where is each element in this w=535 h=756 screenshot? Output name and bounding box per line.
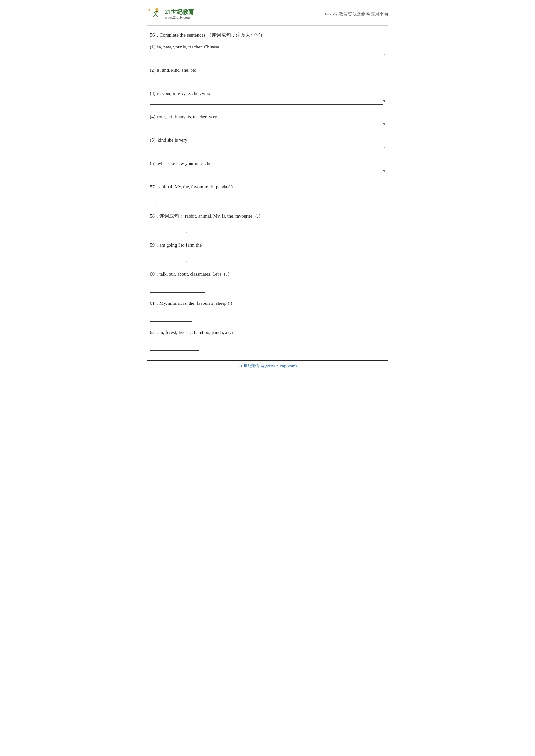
q59-title: 59．am going I to farm the	[150, 241, 385, 249]
q60-line	[150, 287, 205, 292]
q56-sub6: (6). what like new your is teacher ?	[150, 159, 385, 175]
logo-area: 21世纪教育 www.21cnjy.com	[147, 7, 194, 22]
q59-suffix: .	[186, 258, 187, 263]
q56-sub3-answer: ?	[150, 99, 385, 105]
q58-line	[150, 229, 186, 234]
q56-sub1-line	[150, 53, 383, 58]
q56-sub3-suffix: ?	[383, 99, 385, 105]
q58-answer-row: .	[150, 229, 385, 234]
question-59: 59．am going I to farm the .	[150, 241, 385, 263]
q56-sub2: (2).is, and, kind, she, old .	[150, 66, 385, 81]
question-57: 57．animal, My, the, favourite, is, panda…	[150, 183, 385, 205]
q58-suffix: .	[186, 229, 187, 234]
q56-sub1: (1).he, new, your,is, teacher, Chinese ?	[150, 43, 385, 58]
q62-title: 62．in, forest, lives, a, bamboo, panda, …	[150, 328, 385, 337]
footer-label: 21 世纪教育网(www.21cnjy.com)	[239, 363, 297, 368]
q56-sub5-line	[150, 146, 383, 151]
q56-sub6-answer: ?	[150, 170, 385, 175]
question-62: 62．in, forest, lives, a, bamboo, panda, …	[150, 328, 385, 351]
q61-line	[150, 316, 192, 322]
q59-answer-row: .	[150, 258, 385, 263]
q56-sub6-suffix: ?	[383, 170, 385, 175]
q56-sub1-answer: ?	[150, 53, 385, 58]
q56-sub4: (4).your, art, funny, is, teacher, very …	[150, 113, 385, 128]
platform-label: 中小学教育资源及组卷应用平台	[325, 11, 388, 17]
q56-sub1-suffix: ?	[383, 53, 385, 58]
q60-title: 60．talk, our, about, classmates, Let's（.…	[150, 270, 385, 278]
q57-answer-row: —:	[150, 200, 385, 205]
question-56: 56．Complete the sentences.（连词成句，注意大小写） (…	[150, 32, 385, 175]
page-header: 21世纪教育 www.21cnjy.com 中小学教育资源及组卷应用平台	[147, 7, 388, 26]
logo-icon	[147, 7, 162, 22]
q56-sub5-answer: ?	[150, 146, 385, 151]
q56-sub4-line	[150, 123, 383, 128]
question-60: 60．talk, our, about, classmates, Let's（.…	[150, 270, 385, 292]
page-footer: 21 世纪教育网(www.21cnjy.com)	[147, 361, 388, 369]
q57-prefix: —:	[150, 200, 156, 205]
logo-text: 21世纪教育 www.21cnjy.com	[165, 9, 194, 20]
q56-sub5: (5). kind she is very ?	[150, 136, 385, 151]
logo-brand: 21世纪教育	[165, 9, 194, 16]
q56-sub5-suffix: ?	[383, 146, 385, 151]
q62-line	[150, 345, 199, 351]
question-58: 58．连词成句： rabbit, animal, My, is, the, fa…	[150, 212, 385, 234]
svg-line-5	[156, 11, 158, 12]
svg-line-3	[155, 14, 157, 17]
q62-suffix: .	[199, 345, 201, 351]
q56-title: 56．Complete the sentences.（连词成句，注意大小写）	[150, 32, 385, 38]
q56-sub6-label: (6). what like new your is teacher	[150, 159, 385, 167]
q56-sub5-label: (5). kind she is very	[150, 136, 385, 144]
q56-sub4-label: (4).your, art, funny, is, teacher, very	[150, 113, 385, 121]
logo-url: www.21cnjy.com	[165, 15, 194, 20]
q60-answer-row: .	[150, 287, 385, 292]
q56-sub1-label: (1).he, new, your,is, teacher, Chinese	[150, 43, 385, 51]
q61-title: 61．My, animal, is, the, favourite, sheep…	[150, 299, 385, 308]
q56-sub6-line	[150, 170, 383, 175]
q56-sub2-label: (2).is, and, kind, she, old	[150, 66, 385, 74]
q59-line	[150, 258, 186, 263]
q58-title: 58．连词成句： rabbit, animal, My, is, the, fa…	[150, 212, 385, 220]
q56-sub3-label: (3).is, your, music, teacher, who	[150, 89, 385, 97]
q56-sub3: (3).is, your, music, teacher, who ?	[150, 89, 385, 105]
q56-sub4-answer: ?	[150, 123, 385, 128]
q56-sub3-line	[150, 99, 383, 105]
q60-suffix: .	[206, 287, 207, 292]
svg-marker-6	[148, 9, 151, 11]
q61-answer-row: .	[150, 316, 385, 322]
main-content: 56．Complete the sentences.（连词成句，注意大小写） (…	[147, 32, 388, 351]
q61-suffix: .	[193, 316, 194, 322]
svg-line-2	[153, 14, 155, 17]
q56-sub2-answer: .	[150, 76, 385, 81]
q57-title: 57．animal, My, the, favourite, is, panda…	[150, 183, 385, 191]
svg-point-0	[155, 9, 158, 11]
q62-answer-row: .	[150, 345, 385, 351]
q56-sub2-suffix: .	[331, 76, 333, 81]
question-61: 61．My, animal, is, the, favourite, sheep…	[150, 299, 385, 322]
q56-sub2-line	[150, 76, 331, 81]
q56-sub4-suffix: ?	[383, 123, 385, 128]
